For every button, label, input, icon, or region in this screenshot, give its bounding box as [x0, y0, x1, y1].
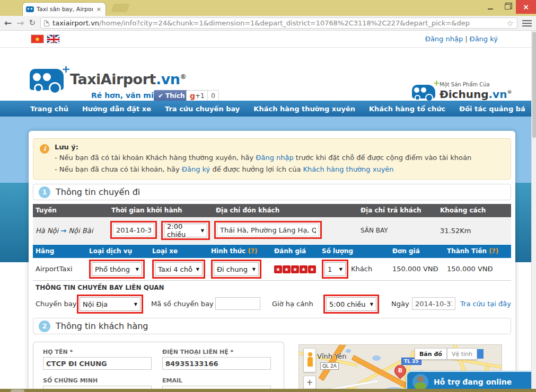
site-logo[interactable]: TaxiAirport.vn® — [70, 71, 186, 87]
service-highlight: Phổ thông▼ — [89, 260, 145, 279]
register-link[interactable]: Đăng ký — [470, 35, 498, 43]
restore-button[interactable] — [499, 0, 516, 14]
zoom-in-button[interactable]: + — [304, 376, 315, 389]
dropoff-value: SÂN BAY — [361, 227, 388, 234]
notice-box: i Lưu ý: - Nếu bạn đã có tài khoản Khách… — [33, 138, 511, 180]
id-label: SỐ CHỨNG MINH — [43, 377, 98, 384]
flight-row: Chuyến bay Nội Địa▼ Mã số chuyến bay Giờ… — [29, 292, 515, 316]
section-2-title: Thông tin khách hàng — [56, 321, 148, 331]
unit-price: 150.000 VNĐ — [392, 265, 438, 273]
taxi-logo-icon — [30, 69, 64, 90]
caret-down-icon: ▼ — [252, 267, 256, 272]
flight-code-input[interactable] — [215, 297, 260, 310]
partner-logo[interactable]: + Một Sản Phẩm Của Đichung.vn® — [412, 77, 497, 104]
top-strip: ★ Đăng nhập|Đăng ký — [0, 31, 536, 48]
nav-item-ad-partner[interactable]: Đối tác quảng bá — [459, 105, 525, 113]
col-dropoff-address: Địa chỉ trả khách — [361, 204, 421, 217]
uk-flag-icon[interactable] — [47, 34, 60, 43]
support-status-text: Hỗ trợ đang online — [434, 378, 512, 386]
nav-item-flight-lookup[interactable]: Tra cứu chuyến bay — [165, 105, 240, 113]
map-type-map-button[interactable]: Bản đồ — [415, 348, 447, 360]
notice-register-link[interactable]: Đăng ký — [182, 165, 210, 173]
pickup-address-input[interactable] — [217, 224, 319, 236]
name-label: HỌ TÊN * — [43, 349, 73, 355]
back-button[interactable]: ← — [4, 19, 12, 28]
phone-input[interactable] — [162, 357, 271, 370]
service-type-select[interactable]: Phổ thông▼ — [92, 262, 142, 276]
new-tab-button[interactable] — [111, 4, 130, 12]
menu-icon[interactable] — [522, 20, 532, 26]
map-type-switch: Bản đồ Vệ tinh — [415, 348, 477, 360]
bookmark-star-icon[interactable]: ☆ — [507, 19, 514, 28]
name-input[interactable] — [43, 357, 152, 370]
help-mark: (?) — [248, 247, 258, 255]
browser-window: Taxi sân bay, Airport Taxi, × × ← → ↻ ta… — [0, 0, 536, 392]
browser-tab[interactable]: Taxi sân bay, Airport Taxi, × — [22, 2, 106, 16]
flight-date-input[interactable] — [412, 297, 455, 310]
star-icon: ★ — [283, 265, 291, 273]
section-1-header: 1 Thông tin chuyến đi — [33, 184, 511, 200]
col-car-type: Loại xe — [152, 245, 178, 258]
quantity-highlight: 1▼ — [322, 260, 348, 279]
flight-type-select[interactable]: Nội Địa▼ — [80, 297, 140, 311]
landing-time-label: Giờ hạ cánh — [272, 300, 313, 308]
quantity-select[interactable]: 1▼ — [324, 262, 346, 276]
nav-item-booking-guide[interactable]: Hướng dẫn đặt xe — [82, 105, 151, 113]
map-type-satellite-button[interactable]: Vệ tinh — [447, 348, 477, 360]
nav-item-frequent-customer[interactable]: Khách hàng thường xuyên — [253, 105, 355, 113]
check-icon: ✔ — [158, 92, 163, 100]
departure-date-input[interactable] — [113, 224, 154, 236]
distance-value: 31.52Km — [440, 227, 471, 235]
phone-label: ĐIỆN THOẠI LIÊN HỆ * — [162, 349, 233, 355]
col-service-type: Loại dịch vụ — [89, 245, 132, 258]
partner-car-icon — [412, 85, 435, 99]
notice-login-link[interactable]: Đăng nhập — [256, 154, 293, 162]
star-icon: ★ — [300, 265, 307, 273]
caret-down-icon: ▼ — [196, 267, 199, 272]
pickup-highlight — [214, 221, 322, 239]
landing-time-select[interactable]: 5:00 chiều▼ — [326, 297, 376, 311]
trip-row: Hà Nội → Nội Bài 2:00 chiều▼ SÂN BAY 31.… — [33, 217, 511, 244]
fare-row: AirportTaxi Phổ thông▼ Taxi 4 chỗ▼ Đi ch… — [33, 258, 511, 281]
col-unit-price: Đơn giá — [392, 245, 420, 258]
page-scrollbar — [531, 31, 536, 392]
nav-item-corporate-customer[interactable]: Khách hàng tổ chức — [369, 105, 445, 113]
date-highlight — [110, 221, 157, 239]
notice-frequent-link[interactable]: Khách hàng thường xuyên — [303, 165, 394, 173]
car-type-select[interactable]: Taxi 4 chỗ▼ — [155, 262, 203, 276]
login-link[interactable]: Đăng nhập — [425, 35, 463, 43]
map-extra-control[interactable] — [477, 349, 484, 359]
vietnam-flag-icon[interactable]: ★ — [31, 34, 44, 43]
google-plus-one-button[interactable]: g+1 — [186, 90, 208, 101]
time-highlight: 2:00 chiều▼ — [161, 221, 210, 240]
caret-down-icon: ▼ — [339, 267, 342, 272]
url-bar[interactable]: taxiairport.vn/home/info?city=24&chunk=1… — [40, 17, 517, 29]
pegman-control[interactable] — [303, 348, 316, 372]
col-quantity: Số lượng — [322, 245, 353, 258]
departure-time-select[interactable]: 2:00 chiều▼ — [164, 224, 207, 237]
auth-separator: | — [465, 35, 467, 43]
section-2-badge: 2 — [39, 320, 50, 332]
reload-button[interactable]: ↻ — [29, 19, 36, 27]
tab-close-icon[interactable]: × — [95, 6, 102, 13]
page-icon — [44, 20, 49, 26]
nav-item-home[interactable]: Trang chủ — [30, 105, 68, 113]
section-1-badge: 1 — [39, 186, 50, 198]
mode-highlight: Đi chung▼ — [211, 260, 261, 279]
col-rating: Đánh giá — [274, 245, 306, 258]
section-1-title: Thông tin chuyến đi — [56, 187, 140, 197]
partner-plus-icon: + — [433, 78, 440, 88]
mode-select[interactable]: Đi chung▼ — [214, 262, 259, 276]
total-price: 150.000 VNĐ — [447, 265, 493, 273]
facebook-like-button[interactable]: ✔ Thích — [154, 90, 189, 101]
webpage: ★ Đăng nhập|Đăng ký + TaxiAirport.vn® Rẻ… — [0, 31, 536, 392]
star-icon: ★ — [291, 265, 299, 273]
minimize-button[interactable] — [482, 0, 499, 14]
flight-lookup-link[interactable]: Tra cứu tại đây — [460, 300, 511, 308]
info-icon: i — [40, 144, 49, 154]
forward-button[interactable]: → — [16, 19, 24, 28]
close-button[interactable]: × — [516, 0, 536, 14]
rating-stars: ★★★★★ — [274, 265, 317, 273]
main-navigation: Trang chủ Hướng dẫn đặt xe Tra cứu chuyế… — [0, 101, 536, 117]
scrollbar-thumb[interactable] — [532, 32, 536, 138]
